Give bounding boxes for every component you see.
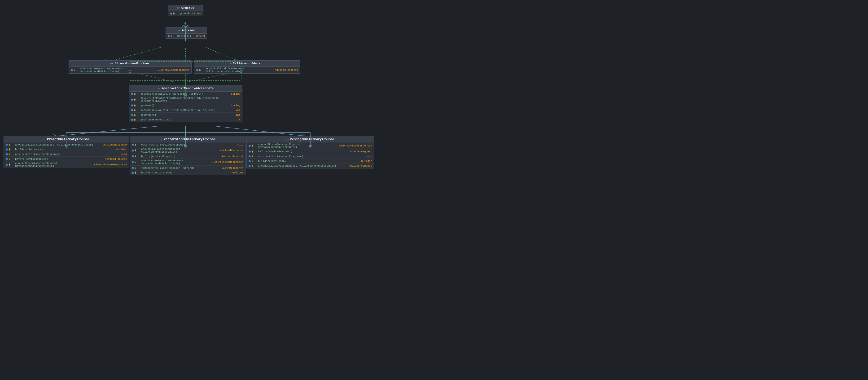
abstract-dogetchatmemory: 🔒 ● doGetChatMemoryRetrieveSize(Map<Stri… [129,108,242,113]
abstract-header: ⊞• AbstractChatMemoryAdvisor<T> [129,85,242,92]
blue-circle-icon [168,35,170,37]
blue-icon [6,158,8,160]
method-name: aroundCall(AdvisedRequest, CallAroundAdv… [258,165,348,167]
svg-line-4 [189,72,234,82]
method-icons: 🔒 [132,167,140,169]
method-name: getOrder() [141,114,235,116]
method-icons: 🔒 [131,119,140,121]
lock-icon: 🔒 [173,12,175,14]
stream-around-advisor-header: ⊞• StreamAroundAdvisor [69,61,191,67]
call-around-advisor-header: ⊞ CallAroundAdvisor [194,61,300,67]
protected-icon: ● [136,109,138,111]
method-name: aroundStream(AdvisedRequest, StreamAroun… [15,162,93,168]
lock-icon: 🔒 [170,35,173,37]
method-icons: 🔒 ● [131,99,140,101]
method-icons: 🔒 [249,145,257,147]
advisor-title: Advisor [182,29,195,32]
method-name: observeAfter(AdvisedResponse) [258,155,365,158]
blue-icon [132,172,134,174]
vector-store-chat-memory-advisor-class: ⊞• VectorStoreChatMemoryAdvisor 🔒 observ… [130,136,246,175]
method-icons: 🔒 ● [131,93,140,95]
call-interface-icon: ⊞ [230,62,231,65]
blue-icon [6,153,8,155]
method-name: builder(ChatMemory) [15,148,115,151]
ordered-getorder-name: getOrder() [180,12,195,15]
method-return: int [236,109,240,112]
blue-icon [131,93,133,95]
abstract-getchatmemorystore: 🔒 getChatMemoryStore() T [129,117,242,122]
method-icons: 🔒 [6,158,14,160]
prompt-class-icon: ⊞• [43,138,45,141]
method-icons: 🔒 [132,172,140,174]
method-icons: 🔒 [132,144,140,146]
prompt-builder: 🔒 builder(ChatMemory) Builder [4,147,129,152]
ordered-method-getorder: 🔒 getOrder() int [168,11,203,16]
stream-interface-icon: ⊞• [111,62,113,65]
call-aroundcall-return: AdvisedResponse [275,69,298,71]
lock-icon: 🔒 [134,144,137,146]
prompt-chat-memory-advisor-class: ⊞• PromptChatMemoryAdvisor 🔒 aroundCall(… [4,136,129,168]
method-return: void [366,155,372,158]
vector-builder: 🔒 builder(VectorStore) Builder [130,170,245,175]
teal-icon [131,114,133,116]
method-name: aroundStream(AdvisedRequest, StreamAroun… [141,159,210,165]
lock-icon: 🔒 [251,151,253,153]
advisor-class: ⊞• Advisor 🔒 getName() String [165,27,207,38]
method-name: getChatMemoryStore() [141,118,238,121]
advisor-interface-icon: ⊞• [178,29,181,32]
blue-icon [6,164,8,166]
method-return: List<Document> [222,167,243,169]
method-icons: 🔒 [132,150,140,152]
method-return: Builder [116,148,127,151]
vector-class-icon: ⊞• [160,138,162,141]
lock-icon: 🔒 [73,69,76,71]
method-name: getName() [141,104,230,107]
stream-method-icons: 🔒 [71,69,79,71]
ordered-title: Ordered [181,6,194,10]
method-return: Flux<AdvisedResponse> [211,160,243,164]
lock-icon: 🔒 [251,155,253,157]
method-return: void [237,143,243,146]
method-icons: 🔒 [6,153,14,155]
blue-icon [131,104,133,107]
prompt-title: PromptChatMemoryAdvisor [47,138,89,141]
method-return: T [239,118,240,121]
method-return: AdvisedRequest [222,155,243,158]
prompt-aroundcall: 🔒 aroundCall(AdvisedRequest, CallAroundA… [4,142,129,147]
method-icons: 🔒 [6,164,14,166]
blue-icon [249,145,251,147]
vector-title: VectorStoreChatMemoryAdvisor [164,138,215,141]
method-icons: 🔒 [249,155,257,157]
method-return: Flux<AdvisedResponse> [339,144,372,147]
prompt-aroundstream: 🔒 aroundStream(AdvisedRequest, StreamAro… [4,162,129,168]
method-name: doGetChatMemoryRetrieveSize(Map<String, … [141,109,235,112]
advisor-method-getname: 🔒 getName() String [166,34,207,38]
blue-icon [249,155,251,157]
method-return: void [121,153,127,156]
prompt-before: 🔒 before(AdvisedRequest) AdvisedRequest [4,157,129,162]
lock-icon: 🔒 [134,109,136,111]
lock-icon: 🔒 [134,93,136,95]
advisor-header: ⊞• Advisor [166,27,207,34]
method-return: String [231,104,240,107]
blue-icon [249,165,251,167]
message-before: 🔒 before(AdvisedRequest) AdvisedRequest [247,149,374,154]
method-name: builder(ChatMemory) [258,160,360,163]
method-return: AdvisedRequest [105,157,127,160]
lock-icon: 🔒 [134,105,136,107]
method-icons: 🔒 [131,104,140,107]
blue-icon [131,99,133,101]
method-icons: 🔒 [132,155,140,157]
lock-icon: 🔒 [8,164,11,166]
blue-icon [6,144,8,146]
connection-arrows [0,0,868,380]
advisor-getname-return: String [195,34,205,37]
blue-circle-icon [170,12,172,15]
lock-icon: 🔒 [251,145,253,147]
message-aroundcall: 🔒 aroundCall(AdvisedRequest, CallAroundA… [247,164,374,168]
ordered-method-icons: 🔒 [170,12,179,15]
lock-icon: 🔒 [134,172,137,174]
abstract-getname: 🔒 getName() String [129,103,242,108]
method-name: doNextWithProtectFromBlockingBefore(Advi… [141,97,240,103]
blue-icon [132,150,134,152]
